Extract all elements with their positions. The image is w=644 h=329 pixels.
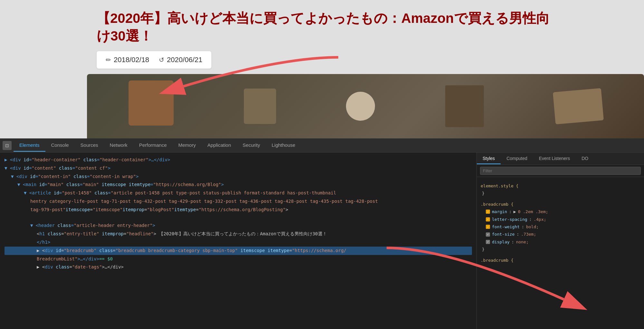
dom-line-selected[interactable]: ▶ <div id="breadcrumb" class="breadcrumb…: [5, 247, 472, 255]
dom-line: hentry category-life-post tag-71-post ta…: [5, 197, 472, 206]
css-prop-value[interactable]: none;: [516, 238, 529, 246]
css-prop-name: font-weight: [492, 223, 520, 230]
webpage-area: 【2020年】高いけど本当に買ってよかったもの：Amazonで買える男性向け30…: [0, 0, 644, 138]
date-created: ✏ 2018/02/18: [106, 56, 149, 64]
css-property-font-size: ✓ font-size : .73em;: [481, 230, 640, 238]
tab-security[interactable]: Security: [237, 139, 266, 152]
styles-filter-input[interactable]: [480, 167, 641, 175]
tab-console[interactable]: Console: [45, 139, 75, 152]
tab-memory[interactable]: Memory: [173, 139, 202, 152]
css-checkbox-letter-spacing[interactable]: ✓: [486, 217, 490, 221]
css-selector: .breadcrumb {: [481, 257, 640, 264]
css-prop-name: letter-spacing: [492, 216, 527, 223]
tab-lighthouse[interactable]: Lighthouse: [266, 139, 301, 152]
css-prop-name: font-size: [492, 230, 514, 238]
date-box: ✏ 2018/02/18 ↺ 2020/06/21: [97, 51, 211, 69]
css-rule-breadcrumb-1: .breadcrumb { ✓ margin : ▶ 0 .2em .3em; …: [481, 201, 640, 253]
css-close: }: [481, 190, 640, 197]
bag-item-1: [129, 80, 174, 126]
dom-line: ▼ <article id="post-1458" class="article…: [5, 189, 472, 197]
styles-tab-do[interactable]: DO: [576, 153, 594, 164]
devtools-tab-bar: ⊡ Elements Console Sources Network Perfo…: [0, 138, 644, 153]
css-checkbox-font-weight[interactable]: ✓: [486, 225, 490, 229]
css-prop-value[interactable]: .4px;: [533, 216, 546, 223]
css-prop-value[interactable]: 0 .2em .3em;: [518, 208, 548, 215]
dom-tag: </h1>: [37, 239, 50, 246]
dom-line: ▼ <main id="main" class="main" itemscope…: [5, 181, 472, 189]
dom-dollar: == $0: [99, 255, 113, 263]
tab-network[interactable]: Network: [104, 139, 133, 152]
css-property-letter-spacing: ✓ letter-spacing : .4px;: [481, 216, 640, 223]
css-checkbox-font-size[interactable]: ✓: [486, 232, 490, 237]
edit-icon: ✏: [106, 56, 111, 64]
date-updated-value: 2020/06/21: [167, 56, 202, 64]
dom-line: ▼ <header class="article-header entry-he…: [5, 221, 472, 230]
devtools-icon: ⊡: [3, 141, 12, 150]
tab-sources[interactable]: Sources: [75, 139, 104, 152]
styles-panel: Styles Computed Event Listeners DO eleme…: [476, 153, 644, 329]
css-checkbox-display[interactable]: ✓: [486, 240, 490, 244]
styles-tab-event-listeners[interactable]: Event Listeners: [533, 153, 576, 164]
css-prop-value[interactable]: bold;: [526, 223, 539, 230]
css-prop-name: display: [492, 238, 510, 246]
devtools-panel: ⊡ Elements Console Sources Network Perfo…: [0, 138, 644, 329]
dom-line: tag-979-post" itemscope="itemscope" item…: [5, 206, 472, 222]
dom-tag: ▼ <header class="article-header entry-he…: [30, 222, 155, 230]
css-property-display: ✓ display : none;: [481, 238, 640, 246]
dom-tag: <h1 class="entry-title" itemprop="headli…: [37, 230, 327, 238]
dom-line: ▶ <div class="date-tags">…</div>: [5, 263, 472, 271]
hero-image: [87, 74, 644, 138]
css-close: }: [481, 246, 640, 253]
dom-text: BreadcrumbList": [37, 255, 77, 263]
css-selector: .breadcrumb {: [481, 201, 640, 208]
refresh-icon: ↺: [159, 56, 164, 64]
bag-item-2: [244, 89, 276, 124]
bag-item-4: [553, 88, 604, 125]
css-selector: element.style {: [481, 182, 640, 190]
css-rule-element-style: element.style { }: [481, 182, 640, 197]
styles-tab-computed[interactable]: Computed: [501, 153, 533, 164]
dom-line: ▼ <div id="content" class="content cf">: [5, 164, 472, 173]
page-title: 【2020年】高いけど本当に買ってよかったもの：Amazonで買える男性向け30…: [97, 10, 554, 45]
css-colon: :: [516, 230, 519, 238]
css-colon: :: [522, 223, 524, 230]
dom-tag: ▼ <article id="post-1458" class="article…: [24, 189, 336, 197]
tab-performance[interactable]: Performance: [133, 139, 173, 152]
date-updated: ↺ 2020/06/21: [159, 56, 202, 64]
tab-elements[interactable]: Elements: [14, 139, 45, 152]
dom-tag: ▶ <div id="header-container" class="head…: [5, 156, 170, 164]
styles-filter: [477, 165, 644, 177]
dom-text: hentry category-life-post tag-71-post ta…: [30, 198, 378, 205]
css-checkbox-margin[interactable]: ✓: [486, 210, 490, 214]
styles-tab-bar: Styles Computed Event Listeners DO: [477, 153, 644, 165]
dom-text: tag-979-post": [30, 206, 66, 214]
dom-line: <h1 class="entry-title" itemprop="headli…: [5, 230, 472, 238]
css-property-font-weight: ✓ font-weight : bold;: [481, 223, 640, 230]
dom-line: ▶ <div id="header-container" class="head…: [5, 156, 472, 164]
css-rule-breadcrumb-2: .breadcrumb {: [481, 257, 640, 264]
css-prop-name: margin: [492, 208, 507, 215]
dom-tag: ▶ <div class="date-tags">…</div>: [37, 263, 124, 271]
dom-tag: ▼ <div id="content" class="content cf">: [5, 164, 111, 172]
bag-item-3: [445, 85, 484, 127]
date-created-value: 2018/02/18: [114, 56, 149, 64]
dom-panel[interactable]: ▶ <div id="header-container" class="head…: [0, 153, 476, 329]
dom-line: BreadcrumbList">…</div> == $0: [5, 255, 472, 263]
tab-application[interactable]: Application: [202, 139, 237, 152]
css-colon: :: [529, 216, 532, 223]
bag-item-round: [346, 92, 375, 121]
css-prop-value[interactable]: .73em;: [521, 230, 536, 238]
css-colon: :: [509, 208, 512, 215]
styles-content: element.style { } .breadcrumb { ✓ margin…: [477, 177, 644, 329]
dom-tag: ▼ <main id="main" class="main" itemscope…: [17, 181, 224, 189]
css-property-margin: ✓ margin : ▶ 0 .2em .3em;: [481, 208, 640, 215]
styles-tab-styles[interactable]: Styles: [477, 153, 501, 164]
dom-line: </h1>: [5, 238, 472, 247]
dom-tag: ▶ <div id="breadcrumb" class="breadcrumb…: [37, 247, 346, 255]
devtools-body: ▶ <div id="header-container" class="head…: [0, 153, 644, 329]
dom-line: ▼ <div id="content-in" class="content-in…: [5, 173, 472, 181]
css-expand-icon: ▶: [514, 208, 516, 215]
dom-tag: ▼ <div id="content-in" class="content-in…: [11, 173, 139, 181]
css-colon: :: [512, 238, 514, 246]
